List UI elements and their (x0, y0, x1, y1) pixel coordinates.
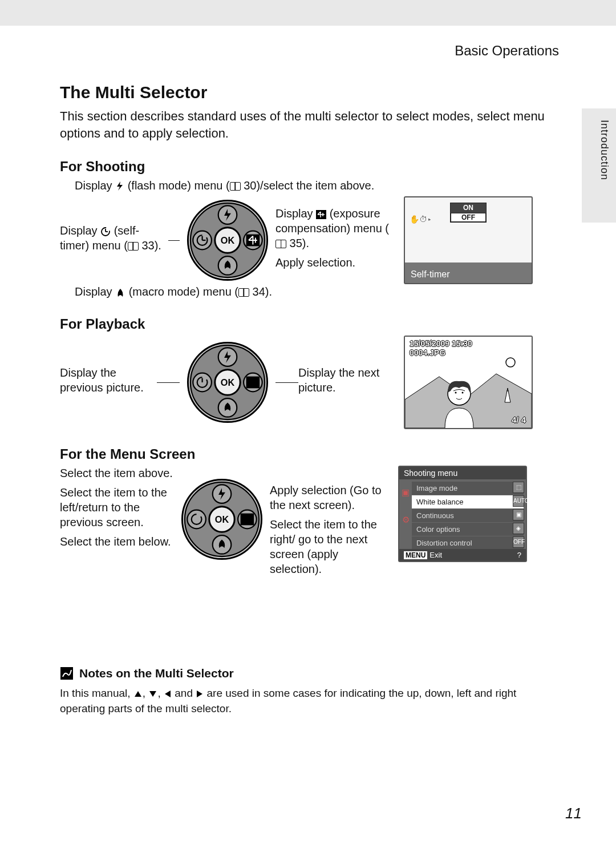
lcd-side-badge: OFF (513, 536, 524, 548)
svg-point-32 (462, 392, 464, 394)
svg-marker-46 (165, 690, 171, 697)
lcd-side-badge: ◈ (513, 523, 524, 534)
lcd-timer-icon: ✋⏱▸ (410, 215, 431, 224)
playback-right-label: Display the next picture. (298, 365, 395, 395)
menu-right-label-2: Select the item to the right/ go to the … (270, 517, 390, 576)
shooting-right-label-2: Apply selection. (275, 255, 395, 270)
lcd-datetime: 15/05/2009 15:30 (410, 339, 472, 348)
lcd-shooting-menu: Shooting menu ▣⚙ Image modeWhite balance… (398, 466, 527, 562)
page-title: The Multi Selector (60, 83, 559, 102)
svg-rect-26 (246, 377, 260, 389)
svg-marker-47 (197, 690, 202, 697)
heading-shooting: For Shooting (60, 159, 559, 175)
menu-tag: MENU (404, 551, 427, 559)
playback-left-label: Display the previous picture. (60, 365, 157, 395)
lcd-self-timer: ON OFF ✋⏱▸ Self-timer (404, 196, 533, 284)
lcd-off-text: OFF (451, 213, 486, 222)
lcd-menu-item: White balance▸ (412, 495, 524, 509)
help-icon: ? (517, 551, 521, 559)
menu-left-label-2: Select the item to the left/return to th… (60, 485, 174, 530)
note-icon (60, 667, 74, 680)
lcd-filename: 0004.JPG (410, 348, 445, 357)
lcd-menu-header: Shooting menu (399, 467, 526, 479)
heading-playback: For Playback (60, 316, 559, 332)
section-shooting: Display (flash mode) menu ( 30)/select t… (60, 178, 559, 299)
lcd-menu-item: Color options (412, 523, 524, 536)
menu-left-label-1: Select the item above. (60, 466, 174, 480)
shooting-left-label: Display (self-timer) menu ( 33). (60, 223, 168, 253)
lcd-self-timer-label: Self-timer (411, 269, 449, 280)
lcd-menu-item: Image mode (412, 482, 524, 495)
shooting-top-label: Display (flash mode) menu ( 30)/select t… (75, 178, 559, 193)
lcd-counter: 4/ 4 (512, 415, 526, 425)
lcd-playback: 15/05/2009 15:30 0004.JPG 4/ 4 (404, 336, 533, 429)
notes-heading: Notes on the Multi Selector (60, 667, 559, 680)
svg-marker-44 (135, 691, 141, 697)
svg-marker-45 (149, 691, 156, 697)
section-playback: Display the previous picture. OK (60, 336, 559, 429)
svg-text:OK: OK (221, 235, 235, 245)
camera-icon: ▣ (402, 487, 410, 498)
svg-point-31 (455, 392, 457, 394)
svg-text:OK: OK (215, 514, 229, 524)
menu-right-label-1: Apply selection (Go to the next screen). (270, 483, 390, 512)
lcd-on-text: ON (451, 203, 486, 212)
svg-point-39 (187, 510, 206, 529)
lcd-footer-label: Exit (429, 551, 442, 559)
setup-icon: ⚙ (402, 515, 410, 525)
menu-left-label-3: Select the item below. (60, 534, 174, 549)
heading-menu: For the Menu Screen (60, 446, 559, 462)
section-menu: Select the item above. Select the item t… (60, 466, 559, 581)
multi-selector-dial-icon: OK (180, 340, 275, 425)
multi-selector-dial-icon: OK (180, 198, 275, 282)
lcd-menu-item: Continuous (412, 509, 524, 523)
shooting-bottom-label: Display (macro mode) menu ( 34). (75, 284, 559, 299)
page-number: 11 (565, 805, 582, 822)
intro-text: This section describes standard uses of … (60, 108, 559, 142)
lcd-side-badge: ▣ (513, 509, 524, 520)
notes-body: In this manual, , , and are used in some… (60, 686, 530, 716)
multi-selector-dial-icon: OK (174, 466, 270, 562)
lcd-side-badge: ⬚ (513, 482, 524, 493)
shooting-right-label-1: Display (exposure compensation) menu ( 3… (275, 206, 395, 251)
lcd-side-badge: AUTO (513, 495, 524, 507)
lcd-menu-item: Distortion control (412, 536, 524, 550)
svg-rect-42 (241, 514, 254, 526)
breadcrumb: Basic Operations (0, 26, 616, 66)
svg-text:OK: OK (221, 377, 235, 387)
